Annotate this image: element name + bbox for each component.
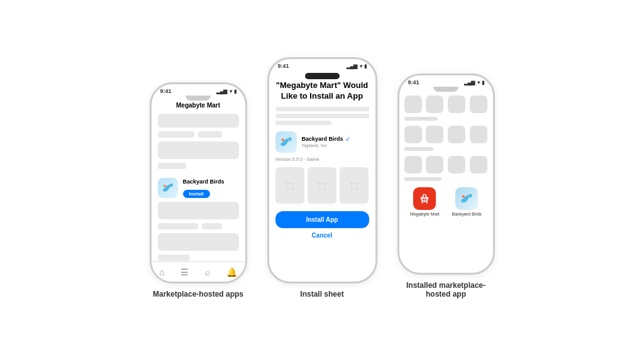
p3-content: Megabyte Mart Backyard Birds xyxy=(399,93,493,219)
home-row-label-1 xyxy=(404,117,488,121)
birds-app-label: Backyard Birds xyxy=(452,212,482,216)
screenshot-3: ⬚ xyxy=(340,167,369,204)
install-app-button[interactable]: Install App xyxy=(275,211,369,228)
p1-subblock-5 xyxy=(202,223,222,229)
list-tab-icon[interactable]: ☰ xyxy=(180,267,189,277)
home-row-label-3 xyxy=(404,177,488,181)
sheet-app-row: Backyard Birds ✓ Tapland, Inc xyxy=(275,131,369,153)
tab-bar-1: ⌂ ☰ ⌕ 🔔 xyxy=(152,261,245,282)
home-icon-1-4 xyxy=(470,96,487,113)
cancel-button[interactable]: Cancel xyxy=(275,232,369,239)
home-icon-1-3 xyxy=(448,96,465,113)
bird-icon-3 xyxy=(459,191,474,206)
home-row-label-2 xyxy=(404,147,488,151)
signal-icon-1: ▂▄▆ xyxy=(216,89,228,94)
p1-list-row-1 xyxy=(158,202,239,219)
svg-rect-4 xyxy=(423,199,425,200)
svg-point-3 xyxy=(288,138,289,139)
phone-marketplace: 9:41 ▂▄▆ ▾ ▮ Megabyte Mart xyxy=(150,82,247,283)
home-icon-2-4 xyxy=(470,126,487,143)
wifi-icon-1: ▾ xyxy=(230,89,232,94)
status-icons-2: ▂▄▆ ▾ ▮ xyxy=(347,63,367,69)
p1-block-1 xyxy=(158,114,239,128)
dynamic-island xyxy=(305,73,340,79)
status-time-2: 9:41 xyxy=(278,63,289,69)
home-app-mart[interactable]: Megabyte Mart xyxy=(410,187,440,216)
sheet-line-2 xyxy=(275,114,369,118)
sheet-line-3 xyxy=(275,121,331,125)
sheet-app-name: Backyard Birds xyxy=(302,136,343,142)
status-bar-3: 9:41 ▂▄▆ ▾ ▮ xyxy=(399,75,493,87)
p1-content: Megabyte Mart xyxy=(152,102,245,282)
mart-app-label: Megabyte Mart xyxy=(410,212,440,216)
sheet-app-details: Backyard Birds ✓ Tapland, Inc xyxy=(302,136,350,148)
p1-block-2 xyxy=(158,141,239,159)
phone-installed-wrapper: 9:41 ▂▄▆ ▾ ▮ xyxy=(397,74,495,299)
mart-basket-icon xyxy=(418,192,431,206)
home-grid-row-1 xyxy=(404,96,488,113)
img-icon-1: ⬚ xyxy=(286,180,294,190)
svg-point-6 xyxy=(422,202,423,204)
sheet-title: "Megabyte Mart" Would Like to Install an… xyxy=(275,80,369,102)
home-grid-row-2 xyxy=(404,126,488,143)
phone-install-wrapper: 9:41 ▂▄▆ ▾ ▮ "Megabyte Mart" Would Like … xyxy=(267,57,377,299)
home-label-block-2 xyxy=(404,147,434,151)
notch-1 xyxy=(186,96,211,101)
home-icon-3-2 xyxy=(426,156,443,173)
home-tab-icon[interactable]: ⌂ xyxy=(159,267,164,277)
home-icon-3-1 xyxy=(404,156,422,173)
home-icon-1-1 xyxy=(404,96,422,113)
p1-app-icon xyxy=(158,178,178,198)
home-icon-2-3 xyxy=(448,126,465,143)
p1-subblock-1 xyxy=(158,131,194,138)
label-installed: Installed marketplace- hosted app xyxy=(406,281,486,299)
bell-tab-icon[interactable]: 🔔 xyxy=(226,267,237,277)
home-icon-3-3 xyxy=(448,156,465,173)
battery-icon-3: ▮ xyxy=(482,80,484,85)
home-icon-1-2 xyxy=(426,96,443,113)
status-time-1: 9:41 xyxy=(160,88,172,94)
signal-icon-2: ▂▄▆ xyxy=(347,63,358,69)
p1-subblock-4 xyxy=(158,223,199,229)
search-tab-icon[interactable]: ⌕ xyxy=(205,267,210,277)
battery-icon-2: ▮ xyxy=(364,63,367,69)
label-marketplace: Marketplace-hosted apps xyxy=(153,290,243,299)
p1-install-button[interactable]: Install xyxy=(183,190,210,198)
home-app-birds[interactable]: Backyard Birds xyxy=(452,187,482,216)
img-icon-2: ⬚ xyxy=(318,180,326,190)
status-time-3: 9:41 xyxy=(408,79,419,85)
img-icon-3: ⬚ xyxy=(350,180,358,190)
p1-list-row-2 xyxy=(158,233,239,251)
phone-installed: 9:41 ▂▄▆ ▾ ▮ xyxy=(397,74,495,275)
sheet-line-1 xyxy=(275,107,369,111)
sheet-app-icon xyxy=(275,131,297,153)
sheet-lines xyxy=(275,107,369,125)
status-icons-3: ▂▄▆ ▾ ▮ xyxy=(464,80,484,85)
home-app-row: Megabyte Mart Backyard Birds xyxy=(404,187,488,216)
label-install: Install sheet xyxy=(300,290,343,299)
home-label-block-3 xyxy=(404,177,442,181)
wifi-icon-2: ▾ xyxy=(360,63,362,69)
svg-point-1 xyxy=(170,185,170,185)
bird-icon-2 xyxy=(279,134,294,150)
svg-point-9 xyxy=(469,195,470,196)
status-bar-2: 9:41 ▂▄▆ ▾ ▮ xyxy=(269,59,375,70)
phone-install: 9:41 ▂▄▆ ▾ ▮ "Megabyte Mart" Would Like … xyxy=(267,57,377,283)
status-icons-1: ▂▄▆ ▾ ▮ xyxy=(216,89,236,94)
battery-icon-1: ▮ xyxy=(234,89,236,94)
p1-subblock-2 xyxy=(198,131,223,138)
bird-icon-1 xyxy=(161,181,175,195)
p2-content: "Megabyte Mart" Would Like to Install an… xyxy=(269,80,375,239)
p1-subblock-6 xyxy=(158,255,191,261)
notch-3 xyxy=(433,87,458,92)
p1-app-row: Backyard Birds Install xyxy=(158,174,239,202)
p1-title: Megabyte Mart xyxy=(158,102,239,109)
megabyte-mart-icon xyxy=(413,187,436,210)
svg-rect-5 xyxy=(425,199,426,200)
home-icon-2-2 xyxy=(426,126,443,143)
signal-icon-3: ▂▄▆ xyxy=(464,80,475,85)
screenshot-2: ⬚ xyxy=(308,167,336,204)
scene: 9:41 ▂▄▆ ▾ ▮ Megabyte Mart xyxy=(0,45,644,317)
sheet-screenshots: ⬚ ⬚ ⬚ xyxy=(275,167,369,204)
phone-marketplace-wrapper: 9:41 ▂▄▆ ▾ ▮ Megabyte Mart xyxy=(150,82,247,299)
